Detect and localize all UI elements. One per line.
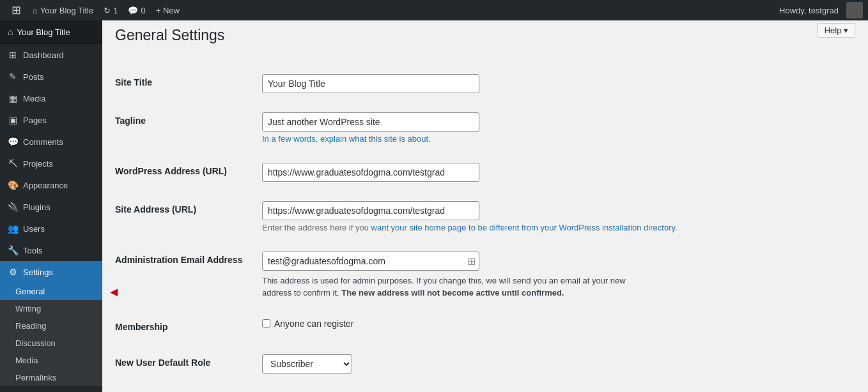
home-icon: ⌂ (8, 27, 13, 37)
site-address-link[interactable]: want your site home page to be different… (371, 223, 675, 232)
submenu-reading-label: Reading (15, 321, 46, 331)
sidebar-item-posts[interactable]: ✎ Posts (0, 66, 102, 87)
help-button[interactable]: Help ▾ (818, 23, 855, 38)
submenu-media[interactable]: Media (0, 352, 102, 369)
site-title-row: Site Title (115, 64, 818, 103)
sidebar-item-comments[interactable]: 💬 Comments (0, 131, 102, 153)
submenu-writing[interactable]: Writing (0, 300, 102, 317)
submenu-permalinks[interactable]: Permalinks (0, 369, 102, 386)
settings-submenu: General ◄ Writing Reading Discussion (0, 283, 102, 386)
sidebar-nav: ⊞ Dashboard ✎ Posts ▦ Media ▣ Page (0, 44, 102, 283)
pages-icon: ▣ (8, 115, 18, 125)
site-address-label: Site Address (URL) (115, 192, 262, 242)
new-content-bar[interactable]: + New (151, 0, 185, 20)
submenu-discussion-label: Discussion (15, 338, 56, 348)
submenu-media-label: Media (15, 356, 38, 365)
comments-count: 0 (141, 6, 145, 15)
updates-bar[interactable]: ↻ 1 (98, 0, 123, 20)
comments-icon: 💬 (8, 137, 18, 147)
site-name-bar[interactable]: ⌂ Your Blog Title (27, 0, 98, 20)
tagline-input[interactable] (262, 112, 479, 132)
settings-icon: ⚙ (8, 267, 18, 277)
membership-cell: Anyone can register (262, 309, 818, 345)
wp-address-row: WordPress Address (URL) (115, 153, 818, 192)
admin-email-label: Administration Email Address (115, 242, 262, 309)
updates-count: 1 (113, 6, 118, 15)
tagline-label: Tagline (115, 103, 262, 153)
sidebar-label-tools: Tools (23, 246, 42, 255)
membership-checkbox-text: Anyone can register (274, 319, 354, 329)
sidebar-label-posts: Posts (23, 72, 44, 82)
edit-icon: ⊞ (467, 255, 476, 267)
sidebar-item-users[interactable]: 👥 Users (0, 218, 102, 239)
users-icon: 👥 (8, 223, 18, 234)
site-address-hint-before: Enter the address here if you (262, 223, 371, 232)
admin-email-input[interactable] (262, 252, 479, 271)
site-address-input[interactable] (262, 201, 479, 220)
wp-address-input[interactable] (262, 163, 479, 182)
sidebar-label-projects: Projects (23, 159, 53, 169)
sidebar-label-users: Users (23, 224, 45, 234)
admin-bar: ⊞ ⌂ Your Blog Title ↻ 1 💬 0 + New Howdy,… (0, 0, 868, 20)
sidebar-label-appearance: Appearance (23, 181, 68, 190)
submenu-permalinks-label: Permalinks (15, 373, 56, 382)
sidebar-label-settings: Settings (23, 268, 53, 277)
site-name-bar-label: Your Blog Title (40, 6, 93, 15)
sidebar-item-projects[interactable]: ⛏ Projects (0, 153, 102, 174)
comments-bar[interactable]: 💬 0 (123, 0, 150, 20)
submenu-discussion[interactable]: Discussion (0, 335, 102, 352)
submenu-reading[interactable]: Reading (0, 317, 102, 335)
site-address-row: Site Address (URL) Enter the address her… (115, 192, 818, 242)
admin-email-notice-bold: The new address will not become active u… (341, 288, 564, 298)
sidebar-label-dashboard: Dashboard (23, 50, 64, 60)
tagline-row: Tagline In a few words, explain what thi… (115, 103, 818, 153)
default-role-row: New User Default Role Subscriber Contrib… (115, 345, 818, 383)
email-input-wrapper: ⊞ (262, 252, 479, 271)
media-icon: ▦ (8, 93, 18, 103)
sidebar: ⌂ Your Blog Title ⊞ Dashboard ✎ Posts ▦ … (0, 20, 102, 392)
main-content: General Settings Site Title Tagline (102, 20, 868, 392)
plugins-icon: 🔌 (8, 202, 18, 212)
submenu-writing-label: Writing (15, 304, 41, 313)
new-label: + New (156, 6, 180, 15)
sidebar-item-pages[interactable]: ▣ Pages (0, 109, 102, 131)
wp-logo[interactable]: ⊞ (5, 0, 27, 20)
membership-row: Membership Anyone can register (115, 309, 818, 345)
admin-email-cell: ⊞ This address is used for admin purpose… (262, 242, 818, 309)
settings-form: Site Title Tagline In a few words, expla… (115, 64, 818, 383)
sidebar-brand-label: Your Blog Title (17, 27, 70, 37)
default-role-label: New User Default Role (115, 345, 262, 383)
dashboard-icon: ⊞ (8, 50, 18, 60)
sidebar-item-appearance[interactable]: 🎨 Appearance (0, 174, 102, 196)
sidebar-item-settings[interactable]: ⚙ Settings (0, 261, 102, 283)
membership-checkbox-label: Anyone can register (262, 319, 818, 329)
sidebar-item-plugins[interactable]: 🔌 Plugins (0, 196, 102, 218)
admin-email-row: Administration Email Address ⊞ This addr… (115, 242, 818, 309)
sidebar-item-tools[interactable]: 🔧 Tools (0, 239, 102, 261)
site-address-hint-after: . (675, 223, 678, 232)
wp-address-label: WordPress Address (URL) (115, 153, 262, 192)
site-title-label: Site Title (115, 64, 262, 103)
projects-icon: ⛏ (8, 158, 18, 169)
submenu-general-label: General (15, 287, 45, 296)
help-button-wrap: Help ▾ (818, 23, 855, 38)
howdy-text: Howdy, testgrad (774, 6, 844, 15)
sidebar-label-plugins: Plugins (23, 202, 50, 212)
submenu-general[interactable]: General ◄ (0, 283, 102, 300)
sidebar-item-dashboard[interactable]: ⊞ Dashboard (0, 44, 102, 66)
site-address-cell: Enter the address here if you want your … (262, 192, 818, 242)
page-title: General Settings (115, 20, 818, 52)
tools-icon: 🔧 (8, 245, 18, 255)
posts-icon: ✎ (8, 72, 18, 82)
sidebar-label-media: Media (23, 94, 45, 103)
sidebar-item-media[interactable]: ▦ Media (0, 87, 102, 109)
user-avatar[interactable] (846, 2, 863, 19)
wp-address-cell (262, 153, 818, 192)
membership-checkbox[interactable] (262, 319, 270, 328)
site-title-input[interactable] (262, 74, 479, 93)
default-role-select[interactable]: Subscriber Contributor Author Editor Adm… (262, 354, 352, 373)
sidebar-label-comments: Comments (23, 137, 63, 147)
help-label: Help ▾ (825, 26, 848, 35)
appearance-icon: 🎨 (8, 180, 18, 190)
sidebar-brand[interactable]: ⌂ Your Blog Title (0, 20, 102, 44)
